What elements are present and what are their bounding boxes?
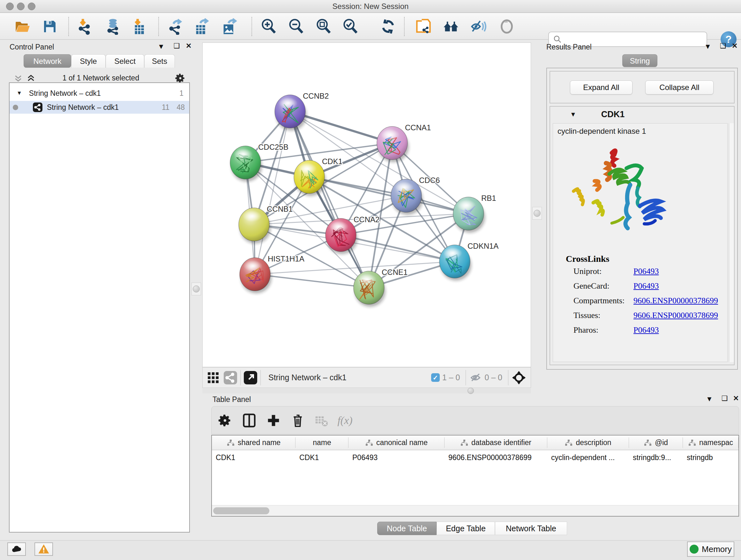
column-header-database-identifier[interactable]: database identifier	[445, 435, 547, 450]
results-panel-float-icon[interactable]: ❑	[720, 42, 726, 50]
import-network-file-icon[interactable]	[76, 18, 92, 35]
collapse-all-button[interactable]: Collapse All	[645, 80, 714, 95]
table-horizontal-scrollbar[interactable]	[212, 505, 738, 516]
export-table-icon[interactable]	[193, 18, 210, 35]
left-splitter-handle[interactable]	[192, 283, 201, 295]
results-scrollbar[interactable]	[729, 123, 734, 362]
zoom-out-icon[interactable]	[288, 18, 305, 35]
node-CCNA2[interactable]: CCNA2	[326, 215, 380, 254]
node-CCNE1[interactable]: CCNE1	[354, 268, 408, 307]
right-splitter-handle[interactable]	[532, 207, 542, 220]
column-header-canonical-name[interactable]: canonical name	[348, 435, 445, 450]
results-panel-close-icon[interactable]: ✕	[732, 42, 738, 50]
tab-select[interactable]: Select	[106, 54, 144, 68]
edge-CDKN1A-HIST1H1A[interactable]	[255, 261, 455, 274]
cell-namespac[interactable]: stringdb	[683, 450, 738, 465]
cell--id[interactable]: stringdb:9...	[629, 450, 683, 465]
show-columns-icon[interactable]	[241, 412, 258, 429]
cell-description[interactable]: cyclin-dependent ...	[547, 450, 629, 465]
crosslink-link-uniprot[interactable]: P06493	[633, 266, 659, 276]
node-CDC25B[interactable]: CDC25B	[230, 143, 288, 182]
network-label: String Network – cdk1	[47, 103, 119, 112]
node-CCNB1[interactable]: CCNB1	[239, 205, 293, 244]
node-table[interactable]: shared nameCDK1nameCDK1canonical nameP06…	[211, 435, 739, 516]
table-options-gear-icon[interactable]	[217, 412, 233, 429]
cloud-status-button[interactable]	[7, 543, 26, 556]
column-header-shared-name[interactable]: shared name	[212, 435, 295, 450]
hide-unhide-icon[interactable]	[470, 18, 486, 35]
scrollbar-thumb[interactable]	[213, 507, 269, 514]
open-session-icon[interactable]	[14, 18, 30, 35]
grid-view-icon[interactable]	[207, 372, 219, 384]
string-home-icon[interactable]	[443, 18, 460, 35]
tree-expander-icon[interactable]: ▼	[17, 90, 22, 97]
expand-all-button[interactable]: Expand All	[570, 80, 632, 95]
warning-status-button[interactable]	[35, 543, 53, 556]
tab-string[interactable]: String	[622, 54, 657, 67]
tab-sets[interactable]: Sets	[144, 54, 175, 68]
column-header-namespac[interactable]: namespac	[683, 435, 738, 450]
control-panel-float-icon[interactable]: ❑	[174, 42, 180, 50]
node-HIST1H1A[interactable]: HIST1H1A	[240, 254, 305, 294]
export-network-icon[interactable]	[167, 18, 184, 35]
delete-column-icon[interactable]	[289, 412, 306, 429]
crosslink-link-pharos[interactable]: P06493	[633, 325, 659, 335]
create-column-icon[interactable]	[265, 412, 282, 429]
export-image-icon[interactable]	[221, 18, 238, 35]
network-canvas[interactable]: CCNB2CCNA1CDC25BCDK1CDC6RB1CCNB1CCNA2CDK…	[202, 43, 531, 367]
zoom-fit-icon[interactable]	[315, 18, 332, 35]
memory-button[interactable]: Memory	[687, 542, 734, 557]
cell-database-identifier[interactable]: 9606.ENSP00000378699	[445, 450, 547, 465]
save-session-icon[interactable]	[42, 18, 58, 35]
compare-networks-icon[interactable]	[415, 18, 432, 35]
control-panel-collapse-icon[interactable]: ▼	[158, 43, 165, 51]
refresh-icon[interactable]	[380, 18, 396, 35]
cell-canonical-name[interactable]: P06493	[348, 450, 445, 465]
cdk1-section-header[interactable]: ▼ CDK1	[550, 107, 734, 122]
table-panel-float-icon[interactable]: ❑	[722, 394, 728, 402]
table-panel-close-icon[interactable]: ✕	[733, 394, 739, 402]
crosslink-link-genecard[interactable]: P06493	[633, 281, 659, 291]
column-header--id[interactable]: @id	[629, 435, 683, 450]
hidden-eye-icon[interactable]	[469, 371, 482, 384]
network-view-title: String Network – cdk1	[268, 373, 347, 382]
section-title: CDK1	[601, 110, 625, 119]
edge-CCNE1-HIST1H1A[interactable]	[255, 274, 369, 288]
network-options-gear-icon[interactable]	[175, 73, 186, 84]
crosslink-link-tissues[interactable]: 9606.ENSP00000378699	[633, 311, 718, 320]
node-CCNB2[interactable]: CCNB2	[275, 91, 329, 131]
section-collapse-icon[interactable]: ▼	[570, 111, 576, 118]
network-graph[interactable]: CCNB2CCNA1CDC25BCDK1CDC6RB1CCNB1CCNA2CDK…	[203, 43, 531, 367]
tab-network[interactable]: Network	[23, 54, 71, 68]
import-table-icon[interactable]	[132, 18, 149, 35]
delete-table-icon	[313, 412, 330, 429]
tree-row-network[interactable]: String Network – cdk1 11 48	[10, 101, 189, 114]
tab-style[interactable]: Style	[71, 54, 106, 68]
crosslink-link-compartments[interactable]: 9606.ENSP00000378699	[633, 296, 718, 306]
tab-network-table[interactable]: Network Table	[495, 522, 567, 535]
search-input[interactable]	[565, 35, 706, 44]
tree-row-collection[interactable]: ▼ String Network – cdk1 1	[10, 87, 189, 100]
tab-node-table[interactable]: Node Table	[377, 522, 436, 535]
selected-nodes-checkbox[interactable]: ✓	[431, 373, 440, 382]
column-header-name[interactable]: name	[295, 435, 348, 450]
horizontal-splitter[interactable]	[202, 388, 531, 393]
zoom-in-icon[interactable]	[260, 18, 277, 35]
control-panel-close-icon[interactable]: ✕	[186, 42, 192, 50]
zoom-selected-icon[interactable]	[342, 18, 359, 35]
results-panel-collapse-icon[interactable]: ▼	[704, 43, 711, 51]
horizontal-splitter-handle[interactable]	[468, 388, 474, 394]
column-header-description[interactable]: description	[547, 435, 629, 450]
birdseye-view-icon[interactable]	[244, 371, 257, 384]
cell-name[interactable]: CDK1	[295, 450, 348, 465]
crosshair-icon[interactable]	[512, 370, 526, 385]
import-network-database-icon[interactable]	[105, 18, 122, 35]
table-panel-collapse-icon[interactable]: ▼	[706, 395, 713, 403]
tab-edge-table[interactable]: Edge Table	[436, 522, 495, 535]
node-CCNA1[interactable]: CCNA1	[377, 123, 431, 162]
cell-shared-name[interactable]: CDK1	[212, 450, 295, 465]
network-share-icon[interactable]	[224, 371, 237, 384]
node-CDC6[interactable]: CDC6	[391, 176, 440, 215]
node-RB1[interactable]: RB1	[453, 194, 496, 233]
node-CDKN1A[interactable]: CDKN1A	[440, 242, 498, 281]
